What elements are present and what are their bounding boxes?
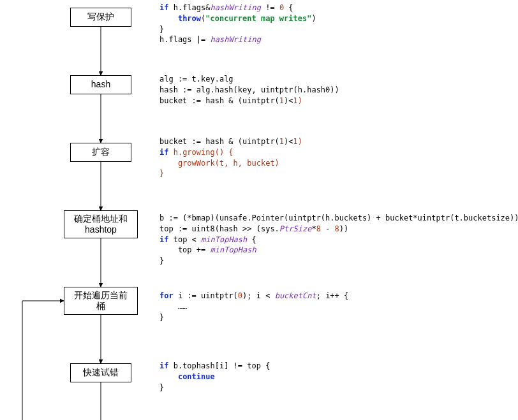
flow-node-label: hash: [91, 79, 110, 91]
code-annotation-c2: alg := t.key.alg hash := alg.hash(key, u…: [159, 74, 339, 106]
code-annotation-c5: for i := uintptr(0); i < bucketCnt; i++ …: [159, 291, 348, 322]
flow-node-n4: 确定桶地址和hashtop: [64, 210, 138, 238]
code-annotation-c3: bucket := hash & (uintptr(1)<1) if h.gro…: [159, 136, 302, 179]
flow-node-n6: 快速试错: [70, 363, 131, 382]
code-annotation-c6: if b.tophash[i] != top { continue }: [159, 361, 270, 393]
flow-node-n3: 扩容: [70, 143, 131, 162]
flowchart-diagram: 写保护hash扩容确定桶地址和hashtop开始遍历当前桶快速试错if h.fl…: [0, 0, 518, 420]
flow-node-n1: 写保护: [70, 8, 131, 27]
flow-node-label: 确定桶地址和hashtop: [74, 214, 128, 236]
flow-node-n2: hash: [70, 75, 131, 94]
flow-node-label: 快速试错: [83, 367, 119, 379]
edge-loop-into-n5: [22, 301, 64, 420]
flow-node-label: 开始遍历当前桶: [74, 290, 128, 312]
flow-node-n5: 开始遍历当前桶: [64, 287, 138, 315]
flow-node-label: 扩容: [92, 147, 110, 158]
flow-node-label: 写保护: [87, 11, 114, 23]
code-annotation-c4: b := (*bmap)(unsafe.Pointer(uintptr(h.bu…: [159, 213, 518, 266]
code-annotation-c1: if h.flags&hashWriting != 0 { throw("con…: [159, 3, 316, 45]
